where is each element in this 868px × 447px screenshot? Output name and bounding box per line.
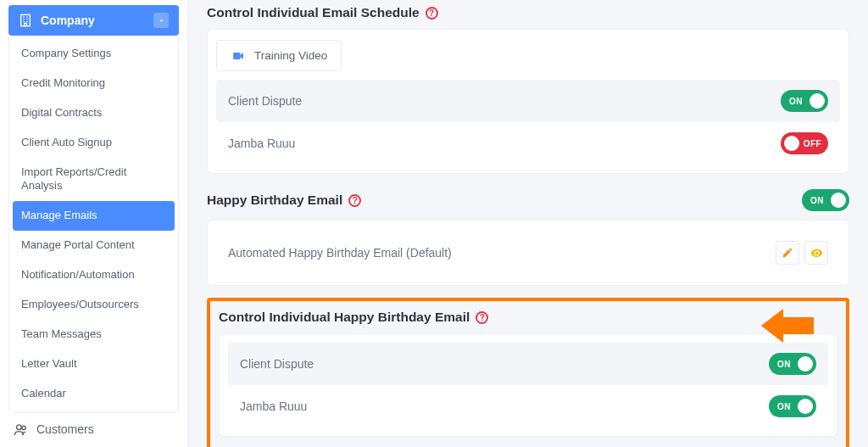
birthday-control-row: Jamba Ruuu ON [228, 385, 828, 427]
section-title-email-schedule-text: Control Individual Email Schedule [207, 5, 420, 20]
sidebar-item-credit-monitoring[interactable]: Credit Monitoring [9, 69, 178, 98]
sidebar-item-manage-portal-content[interactable]: Manage Portal Content [9, 231, 178, 260]
main-content: Control Individual Email Schedule ? Trai… [188, 0, 868, 447]
birthday-default-label: Automated Happy Birthday Email (Default) [228, 246, 452, 260]
users-icon [14, 422, 28, 437]
card-birthday: Automated Happy Birthday Email (Default) [207, 220, 849, 286]
schedule-row-label: Client Dispute [228, 94, 302, 108]
birthday-control-row-label: Client Dispute [240, 357, 314, 371]
sidebar-item-company-settings[interactable]: Company Settings [9, 39, 178, 69]
sidebar-item-employees-outsourcers[interactable]: Employees/Outsourcers [9, 290, 178, 320]
help-icon[interactable]: ? [476, 311, 488, 324]
toggle-schedule-client-dispute[interactable]: ON [781, 90, 828, 112]
schedule-row: Client Dispute ON [216, 80, 840, 122]
toggle-knob [798, 356, 813, 372]
sidebar-item-calendar[interactable]: Calendar [9, 379, 178, 409]
toggle-state-label: ON [777, 402, 791, 411]
toggle-state-label: ON [777, 360, 791, 369]
schedule-row-label: Jamba Ruuu [228, 137, 295, 150]
toggle-knob [784, 136, 799, 151]
sidebar-item-team-messages[interactable]: Team Messages [9, 320, 178, 349]
toggle-schedule-jamba-ruuu[interactable]: OFF [781, 132, 828, 154]
svg-rect-0 [21, 14, 31, 25]
toggle-birthday-client-dispute[interactable]: ON [769, 353, 816, 375]
video-icon [231, 50, 246, 62]
section-title-birthday-text: Happy Birthday Email [207, 193, 342, 208]
sidebar-customers-label: Customers [36, 422, 94, 436]
help-icon[interactable]: ? [348, 194, 361, 207]
svg-rect-7 [25, 23, 27, 25]
section-title-email-schedule: Control Individual Email Schedule ? [207, 5, 849, 20]
toggle-state-label: OFF [804, 139, 821, 148]
birthday-control-row: Client Dispute ON [228, 343, 828, 385]
svg-rect-12 [233, 52, 240, 59]
toggle-knob [810, 93, 825, 109]
eye-icon [810, 247, 823, 260]
sidebar-item-client-auto-signup[interactable]: Client Auto Signup [9, 128, 178, 158]
help-icon[interactable]: ? [426, 7, 438, 20]
toggle-knob [831, 193, 846, 208]
birthday-default-row: Automated Happy Birthday Email (Default) [216, 229, 840, 277]
sidebar-item-digital-contracts[interactable]: Digital Contracts [9, 98, 178, 128]
sidebar: Company Company Settings Credit Monitori… [0, 0, 188, 447]
section-title-birthday-control: Control Individual Happy Birthday Email … [219, 310, 837, 325]
sidebar-item-customers[interactable]: Customers [8, 413, 179, 446]
toggle-birthday-main[interactable]: ON [802, 189, 849, 211]
pencil-icon [782, 247, 793, 259]
training-video-button[interactable]: Training Video [216, 40, 342, 71]
building-icon [19, 14, 32, 27]
highlight-birthday-control: Control Individual Happy Birthday Email … [207, 298, 849, 447]
training-video-label: Training Video [254, 49, 327, 62]
schedule-row: Jamba Ruuu OFF [216, 122, 840, 165]
preview-button[interactable] [804, 241, 828, 265]
card-birthday-control: Client Dispute ON Jamba Ruuu ON [219, 333, 837, 437]
birthday-actions [776, 241, 828, 265]
sidebar-submenu-company: Company Settings Credit Monitoring Digit… [8, 36, 179, 413]
sidebar-item-notification-automation[interactable]: Notification/Automation [9, 260, 178, 290]
toggle-state-label: ON [789, 97, 803, 106]
sidebar-group-company[interactable]: Company [8, 5, 179, 36]
toggle-knob [798, 399, 813, 414]
chevron-down-icon [153, 13, 169, 28]
sidebar-group-company-label: Company [41, 14, 95, 27]
card-email-schedule: Training Video Client Dispute ON Jamba R… [207, 29, 849, 174]
svg-point-9 [22, 426, 25, 429]
sidebar-item-import-reports[interactable]: Import Reports/Credit Analysis [9, 158, 178, 202]
section-title-birthday: Happy Birthday Email ? [207, 193, 361, 208]
toggle-birthday-jamba-ruuu[interactable]: ON [769, 395, 816, 417]
sidebar-item-manage-emails[interactable]: Manage Emails [13, 201, 175, 231]
svg-point-8 [17, 424, 22, 429]
edit-button[interactable] [776, 241, 799, 265]
toggle-state-label: ON [810, 196, 824, 205]
section-header-birthday: Happy Birthday Email ? ON [207, 189, 849, 211]
birthday-control-row-label: Jamba Ruuu [240, 400, 307, 413]
section-title-birthday-control-text: Control Individual Happy Birthday Email [219, 310, 470, 325]
sidebar-item-letter-vault[interactable]: Letter Vault [9, 349, 178, 379]
